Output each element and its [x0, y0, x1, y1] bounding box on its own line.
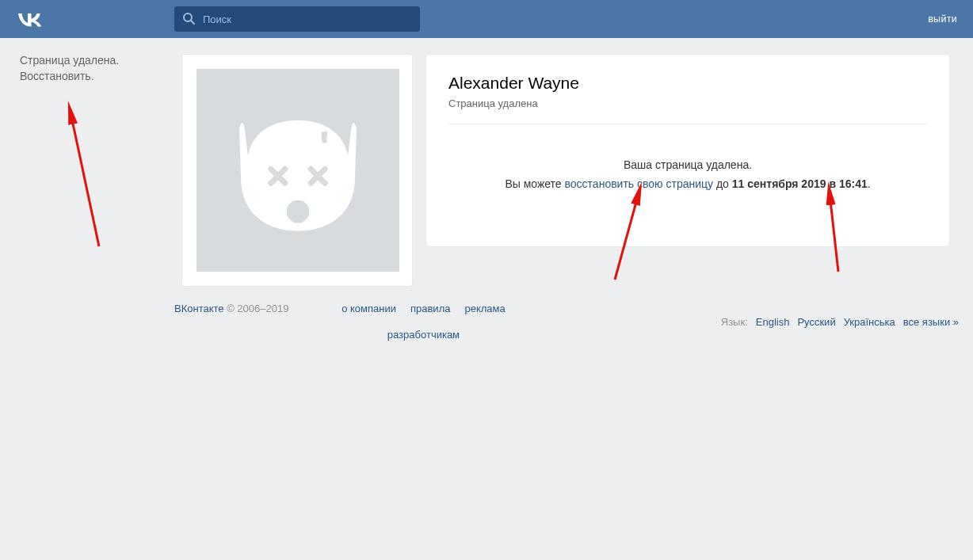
- logo-box: [16, 10, 174, 29]
- footer-brand-block: ВКонтакте © 2006–2019: [174, 303, 288, 341]
- footer-ads-link[interactable]: реклама: [464, 303, 505, 314]
- search-box[interactable]: [174, 6, 420, 32]
- top-header: выйти: [0, 0, 973, 38]
- lang-ua[interactable]: Українська: [844, 316, 895, 328]
- svg-point-6: [287, 200, 310, 223]
- footer-lang-label: Язык:: [721, 316, 748, 328]
- left-sidebar: Страница удалена. Восстановить.: [7, 38, 166, 287]
- sidebar-restore-link[interactable]: Восстановить.: [20, 70, 94, 82]
- restore-deadline: 11 сентября 2019 в 16:41: [732, 177, 868, 190]
- sidebar-deleted-text: Страница удалена.: [20, 54, 166, 67]
- footer-brand-link[interactable]: ВКонтакте: [174, 303, 224, 314]
- restore-period: .: [868, 177, 871, 190]
- vk-logo-icon[interactable]: [16, 10, 44, 29]
- lang-all[interactable]: все языки »: [903, 316, 959, 328]
- deactivated-avatar: [197, 69, 399, 272]
- restore-line: Вы можете восстановить свою страницу до …: [448, 175, 927, 194]
- search-input[interactable]: [201, 13, 412, 26]
- deleted-heading: Ваша страница удалена.: [448, 156, 927, 175]
- footer-copyright: © 2006–2019: [224, 303, 289, 314]
- page-wrap: Страница удалена. Восстановить. Alexande…: [7, 38, 966, 287]
- search-icon: [182, 12, 195, 27]
- lang-ru[interactable]: Русский: [797, 316, 835, 328]
- avatar-card: [181, 54, 413, 287]
- svg-line-1: [191, 21, 194, 24]
- lang-en[interactable]: English: [756, 316, 790, 328]
- profile-status: Страница удалена: [448, 97, 927, 109]
- main-content: Alexander Wayne Страница удалена Ваша ст…: [166, 38, 966, 287]
- footer-devs-link[interactable]: разработчикам: [387, 329, 460, 341]
- footer-rules-link[interactable]: правила: [410, 303, 450, 314]
- restore-prefix: Вы можете: [505, 177, 564, 190]
- footer-lang: Язык: English Русский Українська все язы…: [721, 303, 959, 341]
- logout-link[interactable]: выйти: [928, 13, 957, 25]
- restore-until: до: [713, 177, 732, 190]
- footer-about-link[interactable]: о компании: [342, 303, 396, 314]
- profile-card: Alexander Wayne Страница удалена Ваша ст…: [425, 54, 950, 247]
- footer: ВКонтакте © 2006–2019 о компании правила…: [174, 303, 959, 341]
- restore-page-link[interactable]: восстановить свою страницу: [565, 177, 714, 190]
- footer-links: о компании правила реклама разработчикам: [312, 303, 534, 341]
- deleted-info-block: Ваша страница удалена. Вы можете восстан…: [448, 124, 927, 194]
- profile-name: Alexander Wayne: [448, 74, 927, 93]
